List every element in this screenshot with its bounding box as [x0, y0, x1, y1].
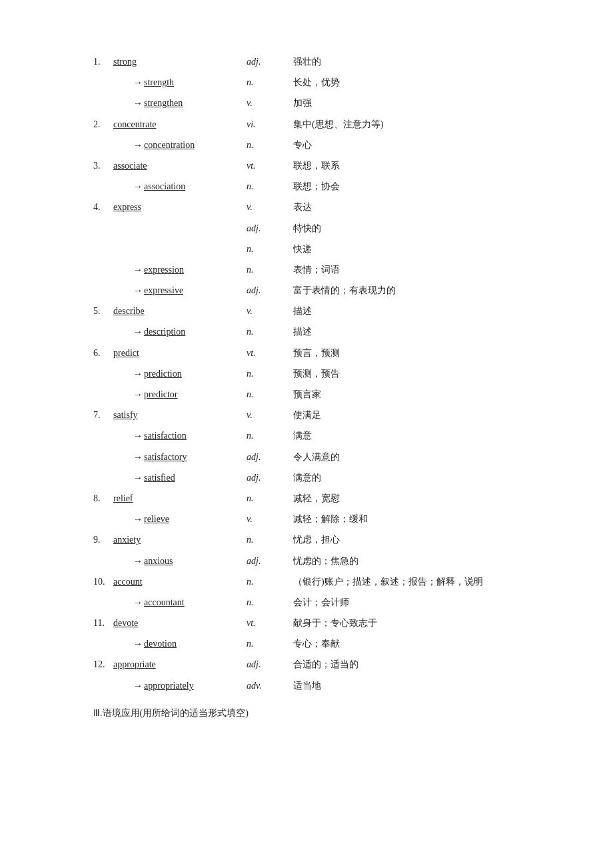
word-pos: n.	[247, 490, 293, 507]
word-term: relief	[113, 490, 247, 507]
word-pos: vt.	[247, 615, 293, 631]
word-meaning: 减轻；解除；缓和	[293, 511, 520, 527]
word-row: →expressiveadj.富于表情的；有表现力的	[93, 282, 520, 299]
word-pos: v.	[247, 199, 293, 215]
word-term: account	[113, 573, 247, 590]
word-number: 5.	[93, 303, 113, 319]
word-number: 3.	[93, 157, 113, 174]
word-row: 12.appropriateadj.合适的；适当的	[93, 656, 520, 673]
word-pos: adj.	[247, 553, 293, 569]
word-pos: adj.	[247, 220, 293, 237]
word-row: 10.accountn.（银行)账户；描述，叙述；报告；解释，说明	[93, 573, 520, 590]
word-term: →accountant	[113, 594, 247, 611]
word-meaning: 专心；奉献	[293, 635, 520, 652]
word-pos: adj.	[247, 449, 293, 465]
word-pos: n.	[247, 241, 293, 257]
word-meaning: 联想，联系	[293, 157, 520, 174]
word-number: 7.	[93, 407, 113, 423]
word-row: 3.associatevt.联想，联系	[93, 157, 520, 174]
word-term: →anxious	[113, 553, 247, 569]
word-pos: n.	[247, 427, 293, 444]
word-row: →relievev.减轻；解除；缓和	[93, 511, 520, 527]
word-term: →concentration	[113, 137, 247, 153]
word-term: →strength	[113, 74, 247, 91]
word-meaning: 忧虑的；焦急的	[293, 553, 520, 569]
word-row: 2.concentratevi.集中(思想、注意力等)	[93, 116, 520, 133]
word-meaning: 适当地	[293, 677, 520, 694]
word-meaning: 描述	[293, 323, 520, 340]
word-row: →satisfactionn.满意	[93, 427, 520, 444]
word-pos: n.	[247, 386, 293, 403]
word-pos: n.	[247, 178, 293, 195]
word-term: associate	[113, 157, 247, 174]
word-number: 9.	[93, 531, 113, 548]
word-meaning: 满意	[293, 427, 520, 444]
word-meaning: 描述	[293, 303, 520, 319]
word-row: 1.strongadj.强壮的	[93, 53, 520, 70]
word-term: satisfy	[113, 407, 247, 423]
word-pos: n.	[247, 137, 293, 153]
word-number: 6.	[93, 345, 113, 361]
word-row: 7.satisfyv.使满足	[93, 407, 520, 423]
word-number: 10.	[93, 573, 113, 590]
word-pos: n.	[247, 594, 293, 611]
word-term: predict	[113, 345, 247, 361]
word-row: →descriptionn.描述	[93, 323, 520, 340]
word-meaning: 快递	[293, 241, 520, 257]
word-pos: n.	[247, 635, 293, 652]
word-meaning: 献身于；专心致志于	[293, 615, 520, 631]
word-meaning: 满意的	[293, 469, 520, 486]
word-term: →satisfied	[113, 469, 247, 486]
word-row: →devotionn.专心；奉献	[93, 635, 520, 652]
word-pos: adj.	[247, 282, 293, 299]
word-pos: vi.	[247, 116, 293, 133]
word-meaning: 忧虑，担心	[293, 531, 520, 548]
word-term: →strengthen	[113, 95, 247, 111]
word-row: →appropriatelyadv.适当地	[93, 677, 520, 694]
word-meaning: 令人满意的	[293, 449, 520, 465]
word-row: →anxiousadj.忧虑的；焦急的	[93, 553, 520, 569]
word-meaning: 使满足	[293, 407, 520, 423]
word-row: n.快递	[93, 241, 520, 257]
word-meaning: 减轻，宽慰	[293, 490, 520, 507]
word-term: express	[113, 199, 247, 215]
word-pos: adj.	[247, 53, 293, 70]
word-row: →expressionn.表情；词语	[93, 261, 520, 278]
word-pos: v.	[247, 407, 293, 423]
word-term: concentrate	[113, 116, 247, 133]
word-pos: n.	[247, 365, 293, 382]
word-meaning: 会计；会计师	[293, 594, 520, 611]
word-number: 11.	[93, 615, 113, 631]
word-term: →satisfactory	[113, 449, 247, 465]
word-term: appropriate	[113, 656, 247, 673]
word-term: →devotion	[113, 635, 247, 652]
word-pos: n.	[247, 261, 293, 278]
word-meaning: （银行)账户；描述，叙述；报告；解释，说明	[293, 573, 520, 590]
word-row: 4.expressv.表达	[93, 199, 520, 215]
word-meaning: 特快的	[293, 220, 520, 237]
word-number: 12.	[93, 656, 113, 673]
word-term: →description	[113, 323, 247, 340]
word-row: →predictionn.预测，预告	[93, 365, 520, 382]
word-term: →predictor	[113, 386, 247, 403]
word-row: 9.anxietyn.忧虑，担心	[93, 531, 520, 548]
word-row: →strengthn.长处，优势	[93, 74, 520, 91]
word-meaning: 专心	[293, 137, 520, 153]
word-pos: adj.	[247, 469, 293, 486]
word-row: adj.特快的	[93, 220, 520, 237]
word-pos: n.	[247, 531, 293, 548]
word-row: 8.reliefn.减轻，宽慰	[93, 490, 520, 507]
word-row: 6.predictvt.预言，预测	[93, 345, 520, 361]
word-pos: v.	[247, 95, 293, 111]
word-list: 1.strongadj.强壮的→strengthn.长处，优势→strength…	[93, 53, 520, 694]
word-pos: v.	[247, 303, 293, 319]
word-meaning: 合适的；适当的	[293, 656, 520, 673]
word-term: →satisfaction	[113, 427, 247, 444]
word-pos: adj.	[247, 656, 293, 673]
word-pos: vt.	[247, 345, 293, 361]
word-term: describe	[113, 303, 247, 319]
word-meaning: 强壮的	[293, 53, 520, 70]
word-meaning: 预言家	[293, 386, 520, 403]
section-title: Ⅲ.语境应用(用所给词的适当形式填空)	[93, 707, 520, 719]
word-term: →appropriately	[113, 677, 247, 694]
